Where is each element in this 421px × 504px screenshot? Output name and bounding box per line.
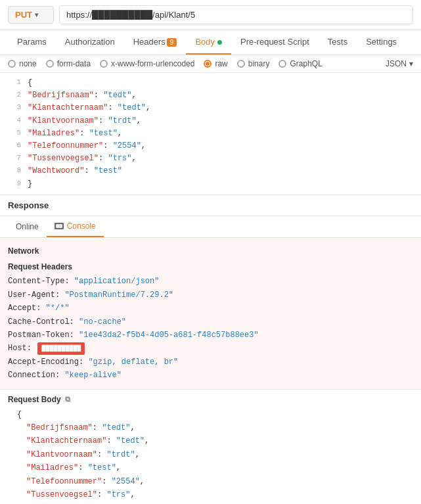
body-type-urlencoded[interactable]: x-www-form-urlencoded xyxy=(100,59,194,68)
code-editor[interactable]: 1 { 2 "Bedrijfsnaam": "tedt", 3 "Klantac… xyxy=(0,73,421,195)
json-format-dropdown[interactable]: JSON ▾ xyxy=(386,59,413,68)
tab-headers[interactable]: Headers9 xyxy=(124,30,187,55)
main-tabs: Params Authorization Headers9 Body Pre-r… xyxy=(0,30,421,55)
body-type-form-data[interactable]: form-data xyxy=(46,59,91,68)
body-dot-icon xyxy=(217,40,222,45)
expand-icon: ⧉ xyxy=(65,395,70,403)
code-line-4: 4 "Klantvoornaam": "trdt", xyxy=(0,115,421,127)
code-line-2: 2 "Bedrijfsnaam": "tedt", xyxy=(0,89,421,102)
body-type-graphql[interactable]: GraphQL xyxy=(278,59,322,68)
url-input[interactable] xyxy=(59,5,413,24)
request-headers-title: Request Headers xyxy=(8,260,413,273)
request-body-title: Request Body ⧉ xyxy=(8,395,413,404)
method-select[interactable]: PUT ▾ xyxy=(8,6,54,24)
body-type-none[interactable]: none xyxy=(8,59,37,68)
header-postman-token: Postman-Token: "1ee43da2-f5b4-4d05-a681-… xyxy=(8,329,413,342)
header-accept: Accept: "*/*" xyxy=(8,302,413,315)
code-line-9: 9 } xyxy=(0,178,421,191)
url-bar: PUT ▾ xyxy=(0,0,421,30)
header-accept-encoding: Accept-Encoding: "gzip, deflate, br" xyxy=(8,355,413,369)
tab-params[interactable]: Params xyxy=(8,30,56,55)
code-line-3: 3 "Klantachternaam": "tedt", xyxy=(0,102,421,114)
tab-settings[interactable]: Settings xyxy=(357,30,406,55)
body-type-binary[interactable]: binary xyxy=(237,59,270,68)
code-line-7: 7 "Tussenvoegsel": "trs", xyxy=(0,152,421,165)
console-output: Network Request Headers Content-Type: "a… xyxy=(0,238,421,389)
code-line-6: 6 "Telefoonnummer": "2554", xyxy=(0,140,421,152)
req-body-line-7: "Wachtwoord": "test" xyxy=(17,501,413,504)
method-label: PUT xyxy=(15,10,32,20)
console-icon xyxy=(55,223,64,229)
request-body-code: { "Bedrijfsnaam": "tedt", "Klantachterna… xyxy=(8,408,413,504)
code-line-1: 1 { xyxy=(0,77,421,89)
radio-none-icon xyxy=(8,60,16,68)
code-line-8: 8 "Wachtwoord": "test" xyxy=(0,165,421,177)
radio-urlencoded-icon xyxy=(100,60,108,68)
network-label: Network xyxy=(8,244,413,258)
req-body-line-4: "Mailadres": "test", xyxy=(17,461,413,474)
method-chevron-icon: ▾ xyxy=(35,11,38,18)
header-host: Host: ██████████ xyxy=(8,342,413,355)
tab-pre-request[interactable]: Pre-request Script xyxy=(231,30,319,55)
tab-body[interactable]: Body xyxy=(186,30,231,55)
radio-form-data-icon xyxy=(46,60,54,68)
headers-badge: 9 xyxy=(167,38,177,47)
response-header: Response xyxy=(0,195,421,216)
req-body-line-1: "Bedrijfsnaam": "tedt", xyxy=(17,421,413,434)
body-type-tabs: none form-data x-www-form-urlencoded raw… xyxy=(0,55,421,73)
header-user-agent: User-Agent: "PostmanRuntime/7.29.2" xyxy=(8,288,413,302)
response-tabs: Online Console xyxy=(0,216,421,238)
tab-authorization[interactable]: Authorization xyxy=(56,30,124,55)
resp-tab-online[interactable]: Online xyxy=(8,217,47,237)
tab-tests[interactable]: Tests xyxy=(319,30,357,55)
resp-tab-console[interactable]: Console xyxy=(47,216,104,237)
header-cache-control: Cache-Control: "no-cache" xyxy=(8,315,413,329)
req-body-line-brace-open: { xyxy=(17,408,413,421)
req-body-line-2: "Klantachternaam": "tedt", xyxy=(17,434,413,447)
body-type-raw[interactable]: raw xyxy=(204,59,227,68)
host-redacted: ██████████ xyxy=(37,342,85,355)
header-content-type: Content-Type: "application/json" xyxy=(8,275,413,288)
radio-graphql-icon xyxy=(278,60,286,68)
radio-raw-icon xyxy=(204,60,211,68)
radio-binary-icon xyxy=(237,60,245,68)
header-connection: Connection: "keep-alive" xyxy=(8,369,413,382)
code-line-5: 5 "Mailadres": "test", xyxy=(0,127,421,140)
req-body-line-3: "Klantvoornaam": "trdt", xyxy=(17,448,413,461)
req-body-line-6: "Tussenvoegsel": "trs", xyxy=(17,488,413,501)
request-body-section: Request Body ⧉ { "Bedrijfsnaam": "tedt",… xyxy=(0,389,421,504)
json-chevron-icon: ▾ xyxy=(409,59,413,68)
req-body-line-5: "Telefoonnummer": "2554", xyxy=(17,475,413,488)
